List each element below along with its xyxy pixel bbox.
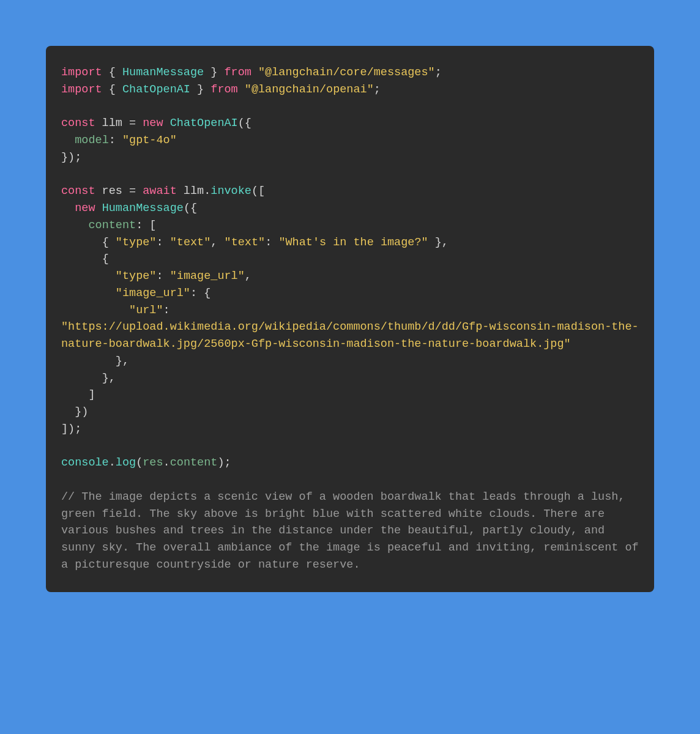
variable-llm: llm xyxy=(177,185,204,198)
dot: . xyxy=(163,456,170,469)
text-key: "text" xyxy=(225,236,266,249)
brace: } xyxy=(204,66,224,79)
console-object: console xyxy=(61,456,109,469)
variable-llm: llm xyxy=(95,117,130,130)
dot: . xyxy=(109,456,116,469)
colon: : xyxy=(156,236,169,249)
equals: = xyxy=(129,117,143,130)
type-value: "image_url" xyxy=(170,270,245,283)
url-value: "https://upload.wikimedia.org/wikipedia/… xyxy=(61,321,639,350)
model-value: "gpt-4o" xyxy=(122,134,177,147)
invoke-method: invoke xyxy=(210,185,251,198)
colon: : xyxy=(265,236,278,249)
close-paren: }) xyxy=(61,406,88,418)
new-keyword: new xyxy=(143,117,163,130)
const-keyword: const xyxy=(61,117,95,130)
from-keyword: from xyxy=(210,83,237,96)
new-keyword: new xyxy=(75,202,95,215)
close-brace: }, xyxy=(61,355,129,368)
dot: . xyxy=(204,185,210,198)
text-value: "What's in the image?" xyxy=(278,236,428,249)
equals: = xyxy=(129,185,143,198)
log-method: log xyxy=(116,456,136,469)
close-brace: }); xyxy=(61,151,81,164)
code-block: import { HumanMessage } from "@langchain… xyxy=(46,46,654,592)
close-bracket-paren: ]); xyxy=(61,423,81,436)
brace: { xyxy=(102,66,122,79)
close-brace: }, xyxy=(428,236,449,249)
url-key: "url" xyxy=(129,304,163,317)
import-keyword: import xyxy=(61,66,102,79)
semicolon: ; xyxy=(435,66,442,79)
colon-bracket: : [ xyxy=(136,219,156,232)
paren: ( xyxy=(136,456,143,469)
package-string: "@langchain/openai" xyxy=(245,83,374,96)
paren: ([ xyxy=(251,185,265,198)
human-message-class: HumanMessage xyxy=(102,202,184,215)
chat-openai-class: ChatOpenAI xyxy=(122,83,190,96)
comma: , xyxy=(245,270,251,283)
paren: ({ xyxy=(238,117,251,130)
open-brace: { xyxy=(61,253,109,265)
semicolon: ; xyxy=(374,83,381,96)
from-keyword: from xyxy=(224,66,251,79)
content-property: content xyxy=(170,456,218,469)
chat-openai-class: ChatOpenAI xyxy=(170,117,238,130)
const-keyword: const xyxy=(61,185,95,198)
colon-brace: : { xyxy=(190,287,210,300)
type-key: "type" xyxy=(116,270,157,283)
close-paren: ); xyxy=(217,456,231,469)
res-variable: res xyxy=(143,456,163,469)
image-url-key: "image_url" xyxy=(116,287,190,300)
brace: } xyxy=(190,83,210,96)
colon: : xyxy=(109,134,122,147)
code-content: import { HumanMessage } from "@langchain… xyxy=(61,64,639,574)
comma: , xyxy=(210,236,224,249)
package-string: "@langchain/core/messages" xyxy=(258,66,435,79)
await-keyword: await xyxy=(143,185,177,198)
content-property: content xyxy=(88,219,136,232)
type-value: "text" xyxy=(170,236,211,249)
colon: : xyxy=(156,270,169,283)
colon: : xyxy=(163,304,170,317)
brace: { xyxy=(102,83,122,96)
model-property: model xyxy=(75,134,109,147)
variable-res: res xyxy=(95,185,130,198)
import-keyword: import xyxy=(61,83,102,96)
close-brace: }, xyxy=(61,372,116,385)
close-bracket: ] xyxy=(61,388,95,401)
output-comment: // The image depicts a scenic view of a … xyxy=(61,491,646,571)
type-key: "type" xyxy=(116,236,157,249)
paren: ({ xyxy=(184,202,197,215)
human-message-class: HumanMessage xyxy=(122,66,204,79)
